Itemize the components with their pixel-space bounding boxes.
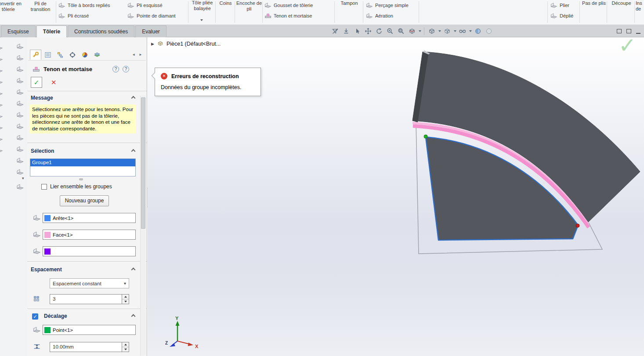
section-view-icon[interactable] [407, 26, 417, 36]
group-list-item-selected[interactable]: Groupe1 [30, 159, 135, 166]
sheetmetal-tool-icon[interactable] [16, 183, 25, 191]
ok-button[interactable]: ✓ [31, 77, 42, 88]
spin-down-button[interactable] [122, 299, 129, 304]
cut-toolbar-icon[interactable] [0, 112, 3, 119]
offset-collapse-chevron-icon[interactable] [131, 314, 136, 319]
cut-button[interactable]: Découpe [608, 0, 634, 6]
offset-enable-checkbox[interactable]: ✓ [32, 313, 38, 320]
spacing-collapse-chevron-icon[interactable] [131, 268, 136, 272]
panel-scrollbar-thumb[interactable] [141, 97, 145, 229]
filter-graphics-icon[interactable] [330, 26, 340, 36]
rail-overflow-caret-icon[interactable]: ▾ [22, 176, 24, 180]
hem-button[interactable]: Tôle à bords repliés [58, 2, 110, 8]
edge-selection-input[interactable]: Arête<1> [43, 213, 136, 223]
tab-property-manager[interactable] [30, 50, 41, 60]
rotate-view-icon[interactable] [374, 26, 384, 36]
vertex-red-point[interactable] [576, 224, 579, 227]
tab-and-slot-button[interactable]: Tenon et mortaise [264, 12, 312, 19]
simple-hole-button[interactable]: Perçage simple [366, 2, 409, 8]
message-section-header[interactable]: Message [31, 95, 53, 101]
bend-notch-button[interactable]: Encoche de pli [236, 0, 262, 12]
sheetmetal-tool-icon[interactable] [16, 145, 25, 153]
sheetmetal-tool-icon[interactable] [16, 65, 25, 73]
panel-scrollbar[interactable] [140, 96, 146, 356]
sketched-bend-button[interactable]: Pli esquissé [127, 2, 163, 8]
panel-nav-left-icon[interactable]: ◄ [132, 53, 135, 57]
swept-flange-caret-icon[interactable] [200, 19, 203, 21]
swept-flange-button[interactable]: Tôle pliée balayée [189, 0, 215, 11]
anchor-view-icon[interactable] [341, 26, 351, 36]
sheetmetal-tool-icon[interactable] [16, 54, 25, 62]
cut-toolbar-icon[interactable] [0, 101, 3, 107]
sheetmetal-tool-icon[interactable] [16, 111, 25, 119]
sheetmetal-tool-icon[interactable] [16, 88, 25, 96]
spacing-section-header[interactable]: Espacement [31, 266, 62, 273]
lofted-bend-button[interactable]: Pli de transition [26, 1, 54, 12]
help-icon[interactable]: ? [123, 66, 129, 72]
instance-count-input[interactable]: 3 [50, 294, 129, 304]
vent-button[interactable]: Aération [366, 12, 393, 19]
convert-to-sheetmetal-button[interactable]: Convertir en tôlerie [0, 1, 28, 12]
sheetmetal-tool-icon[interactable] [16, 134, 25, 142]
listbox-resize-grip[interactable] [79, 178, 83, 180]
crushed-bend-button[interactable]: Pli écrasé [58, 12, 89, 19]
cut-toolbar-icon[interactable] [0, 135, 3, 141]
no-bends-button[interactable]: Pas de plis [581, 0, 607, 6]
stamp-button[interactable]: Tampon [336, 0, 363, 6]
new-group-button[interactable]: Nouveau groupe [60, 195, 109, 206]
display-style-caret-icon[interactable] [454, 30, 456, 32]
cut-toolbar-icon[interactable] [0, 89, 3, 96]
hide-show-items-caret-icon[interactable] [469, 30, 472, 32]
tab-configurations[interactable] [54, 50, 66, 60]
view-orientation-icon[interactable] [427, 26, 437, 36]
vertex-green-point[interactable] [424, 135, 427, 138]
unfold-button[interactable]: Déplié [550, 12, 573, 19]
confirmation-corner-check-icon[interactable]: ✓ [619, 33, 636, 58]
cut-toolbar-icon[interactable] [0, 55, 3, 61]
zoom-to-fit-icon[interactable] [396, 26, 406, 36]
cut-toolbar-icon[interactable] [0, 78, 3, 84]
sheetmetal-tool-icon[interactable] [16, 100, 25, 108]
tab-dimxpert[interactable] [67, 50, 78, 60]
panel-nav-right-icon[interactable]: ► [139, 53, 142, 57]
cut-toolbar-icon[interactable] [0, 123, 3, 130]
point-selection-input[interactable]: Point<1> [43, 325, 136, 335]
cross-break-button[interactable]: Pointe de diamant [127, 12, 176, 19]
sheetmetal-tool-icon[interactable] [16, 122, 25, 130]
cut-toolbar-icon[interactable] [0, 66, 3, 73]
offset-distance-input[interactable]: 10.00mm [50, 342, 129, 352]
spin-up-button[interactable] [122, 342, 129, 347]
zoom-in-icon[interactable] [385, 26, 395, 36]
spin-up-button[interactable] [122, 295, 129, 299]
tab-tolerie[interactable]: Tôlerie [36, 25, 67, 37]
link-groups-checkbox[interactable] [41, 184, 47, 190]
insert-bends-button[interactable]: Ins de [636, 0, 644, 12]
tree-expand-icon[interactable]: ▶ [151, 42, 154, 46]
display-style-icon[interactable] [442, 26, 452, 36]
hide-show-items-icon[interactable] [458, 26, 467, 36]
section-view-caret-icon[interactable] [419, 30, 421, 32]
groups-listbox[interactable]: Groupe1 [30, 158, 136, 176]
tab-feature-manager[interactable] [42, 50, 54, 60]
face-selection-input[interactable]: Face<1> [43, 230, 136, 240]
tab-constructions-soudees[interactable]: Constructions soudées [68, 25, 134, 37]
tab-cam-manager[interactable] [91, 50, 103, 60]
graphics-viewport[interactable]: ▶ Pièce1 (Défaut<Brut... ✕ Erreurs de re… [148, 37, 644, 356]
pan-icon[interactable] [363, 26, 373, 36]
slot-selection-input[interactable] [43, 246, 136, 256]
spacing-mode-dropdown[interactable]: Espacement constant ▾ [50, 278, 129, 288]
edit-appearance-icon[interactable] [473, 26, 483, 36]
collapse-ribbon-icon[interactable] [636, 33, 640, 34]
tab-esquisse[interactable]: Esquisse [1, 25, 36, 37]
sheetmetal-tool-icon[interactable] [16, 168, 25, 176]
sheetmetal-tool-icon[interactable] [16, 77, 25, 85]
tab-evaluer[interactable]: Evaluer [135, 25, 166, 37]
selection-section-header[interactable]: Sélection [31, 148, 54, 154]
select-cursor-icon[interactable] [352, 26, 362, 36]
spin-down-button[interactable] [122, 347, 129, 352]
tree-item-label[interactable]: Pièce1 (Défaut<Brut... [166, 41, 221, 47]
view-orientation-caret-icon[interactable] [438, 30, 441, 32]
selection-collapse-chevron-icon[interactable] [131, 149, 136, 154]
corners-button[interactable]: Coins [217, 0, 235, 6]
whats-new-help-icon[interactable]: ? [112, 66, 119, 72]
